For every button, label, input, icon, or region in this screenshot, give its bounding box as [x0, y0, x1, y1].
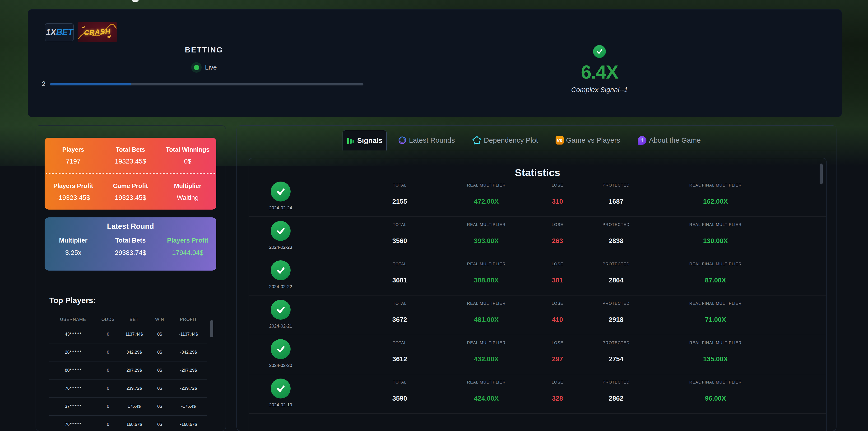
player-bet: 168.67$ [119, 422, 149, 427]
vs-badge-icon: vs [556, 136, 564, 145]
col-real-final-multiplier: REAL FINAL MULTIPLIER 96.00X [656, 374, 775, 402]
crash-signals-app: 1XBET CRASH BETTING Live 2 6.4X Complex … [0, 0, 868, 431]
col-header-bet: BET [119, 317, 149, 322]
row-date: 2024-02-24 [257, 205, 304, 210]
player-win: 0$ [149, 386, 170, 391]
player-username: 26******* [49, 350, 97, 355]
betting-phase-label: BETTING [161, 46, 247, 54]
top-edge-notch [132, 0, 138, 2]
stat-label: Total Bets [102, 146, 159, 153]
col-real-final-multiplier: REAL FINAL MULTIPLIER 71.00X [656, 295, 775, 323]
player-bet: 1137.44$ [119, 332, 149, 337]
stat-cell: Total Bets 19323.45$ [102, 146, 159, 165]
table-row: 37******* 0 175.4$ 0$ -175.4$ [49, 398, 207, 415]
player-profit: -342.29$ [170, 350, 207, 355]
1xbet-logo-part1: 1X [46, 27, 56, 37]
player-bet: 342.29$ [119, 350, 149, 355]
check-circle-icon [271, 339, 290, 359]
stat-label: Players Profit [44, 182, 102, 190]
stat-label: Multiplier [159, 182, 216, 190]
col-real-multiplier: REAL MULTIPLIER 424.00X [439, 374, 534, 402]
latest-round-players-profit: Players Profit 17944.04$ [159, 237, 216, 257]
check-circle-icon [271, 221, 290, 241]
statistics-row: 2024-02-20 TOTAL 3612 REAL MULTIPLIER 43… [249, 335, 826, 374]
player-win: 0$ [149, 350, 170, 355]
row-date: 2024-02-21 [257, 323, 304, 329]
tab-label: Signals [357, 137, 383, 145]
stat-label: Game Profit [102, 182, 159, 190]
player-username: 76******* [49, 386, 97, 391]
table-row: 80******* 0 297.29$ 0$ -297.29$ [49, 362, 207, 379]
player-win: 0$ [149, 368, 170, 373]
signal-result: 6.4X Complex Signal--1 [552, 45, 647, 94]
player-profit: -1137.44$ [170, 332, 207, 337]
betting-progress-bar [50, 83, 364, 85]
col-header-username: USERNAME [49, 317, 97, 322]
top-players-header-row: USERNAME ODDS BET WIN PROFIT [49, 314, 207, 325]
table-row: 76******* 0 168.67$ 0$ -168.67$ [49, 415, 207, 431]
check-circle-icon [271, 378, 290, 399]
check-circle-icon [271, 181, 290, 201]
tab-dependency-plot[interactable]: Dependency Plot [472, 136, 538, 145]
hero-panel: 1XBET CRASH BETTING Live 2 6.4X Complex … [28, 9, 842, 117]
statistics-row: 2024-02-21 TOTAL 3672 REAL MULTIPLIER 48… [249, 295, 826, 335]
tab-signals[interactable]: Signals [343, 130, 387, 150]
player-bet: 297.29$ [119, 368, 149, 373]
check-circle-icon [593, 45, 606, 58]
top-players-scrollbar-thumb[interactable] [210, 320, 213, 337]
stats-card-row1: Players 7197 Total Bets 19323.45$ Total … [44, 138, 216, 174]
scatter-pentagon-icon [472, 136, 481, 145]
player-username: 37******* [49, 404, 97, 409]
live-indicator-ring [191, 62, 202, 73]
inactive-tabs: Latest Rounds Dependency Plot vs Game vs… [398, 130, 701, 150]
player-bet: 175.4$ [119, 404, 149, 409]
statistics-row: 2024-02-23 TOTAL 3560 REAL MULTIPLIER 39… [249, 217, 826, 256]
ring-icon [398, 136, 407, 145]
player-bet: 239.72$ [119, 386, 149, 391]
tab-game-vs-players[interactable]: vs Game vs Players [556, 136, 620, 145]
col-protected: PROTECTED 1687 [581, 177, 652, 205]
row-date: 2024-02-19 [257, 402, 304, 407]
player-odds: 0 [97, 404, 119, 409]
latest-round-card: Latest Round Multiplier 3.25x Total Bets… [44, 218, 216, 270]
col-lose: LOSE 263 [534, 217, 581, 245]
tab-label: Dependency Plot [484, 136, 538, 144]
player-username: 43******* [49, 332, 97, 337]
col-lose: LOSE 310 [534, 177, 581, 205]
tab-label: About the Game [649, 136, 701, 144]
col-real-multiplier: REAL MULTIPLIER 481.00X [439, 295, 534, 323]
stat-value: Waiting [159, 194, 216, 201]
tab-latest-rounds[interactable]: Latest Rounds [398, 136, 455, 145]
live-dot-icon [194, 65, 199, 70]
top-players-table: USERNAME ODDS BET WIN PROFIT 43******* 0… [49, 314, 207, 431]
col-real-multiplier: REAL MULTIPLIER 388.00X [439, 256, 534, 284]
live-status: Live [161, 60, 247, 75]
row-date: 2024-02-20 [257, 363, 304, 368]
col-lose: LOSE 301 [534, 256, 581, 284]
col-header-win: WIN [149, 317, 170, 322]
check-circle-icon [271, 300, 290, 320]
player-username: 76******* [49, 422, 97, 427]
signal-bars-icon [347, 137, 355, 145]
signal-multiplier: 6.4X [552, 61, 647, 83]
1xbet-logo[interactable]: 1XBET [45, 23, 74, 41]
stats-card-row2: Players Profit -19323.45$ Game Profit 19… [44, 174, 216, 209]
stat-value: 0$ [159, 157, 216, 165]
progress-fill [50, 83, 131, 85]
statistics-row: 2024-02-19 TOTAL 3590 REAL MULTIPLIER 42… [249, 374, 826, 414]
player-odds: 0 [97, 350, 119, 355]
player-profit: -239.72$ [170, 386, 207, 391]
sidebar: Players 7197 Total Bets 19323.45$ Total … [36, 125, 226, 431]
stat-value: 19323.45$ [102, 157, 159, 165]
player-win: 0$ [149, 332, 170, 337]
latest-round-total-bets: Total Bets 29383.74$ [102, 237, 159, 257]
stat-value: 19323.45$ [102, 194, 159, 201]
tab-label: Latest Rounds [409, 136, 455, 144]
statistics-card: Statistics 2024-02-24 TOTAL 2155 REA [249, 158, 827, 431]
col-protected: PROTECTED 2754 [581, 335, 652, 363]
crash-game-logo[interactable]: CRASH [78, 22, 117, 42]
tab-about-the-game[interactable]: i About the Game [638, 136, 701, 145]
col-protected: PROTECTED 2838 [581, 217, 652, 245]
live-label: Live [205, 64, 217, 71]
col-total: TOTAL 3612 [364, 335, 435, 363]
